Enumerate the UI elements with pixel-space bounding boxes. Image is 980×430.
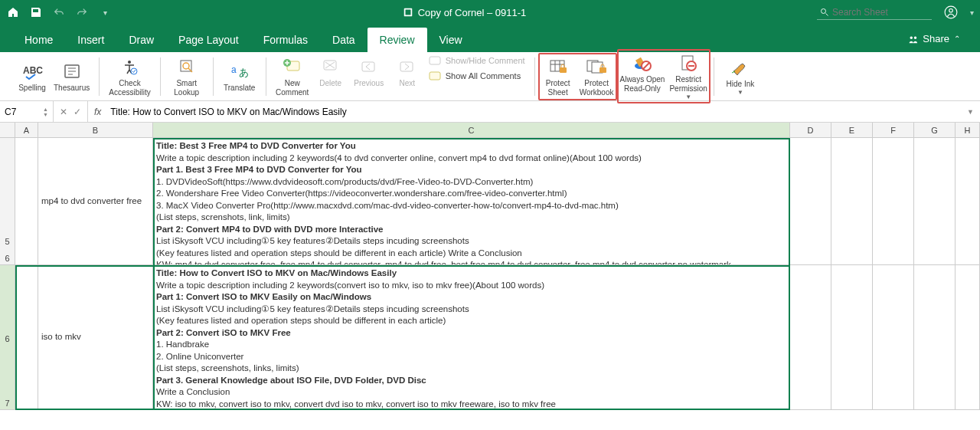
account-icon[interactable] — [944, 5, 958, 19]
formula-bar: C7 ▲▼ ✕ ✓ fx Title: How to Convert ISO t… — [0, 101, 980, 123]
svg-text:ABC: ABC — [23, 65, 43, 76]
tab-view[interactable]: View — [427, 28, 475, 52]
svg-text:あ: あ — [239, 67, 249, 78]
tab-home[interactable]: Home — [12, 28, 65, 52]
cell-B5[interactable]: mp4 to dvd converter free — [38, 138, 153, 264]
col-header-D[interactable]: D — [790, 123, 831, 137]
check-accessibility-button[interactable]: CheckAccessibility — [109, 56, 150, 97]
title-bar: ▾ Copy of Cornel – 0911-1 ▾ — [0, 0, 980, 25]
search-sheet[interactable] — [817, 5, 932, 20]
tab-insert[interactable]: Insert — [65, 28, 116, 52]
col-header-C[interactable]: C — [153, 123, 790, 137]
new-comment-button[interactable]: NewComment — [276, 56, 309, 97]
delete-comment-button: Delete — [314, 56, 348, 88]
ribbon: ABC Spelling Thesaurus CheckAccessibilit… — [0, 52, 980, 101]
svg-rect-24 — [599, 67, 606, 73]
ribbon-tabs: HomeInsertDrawPage LayoutFormulasDataRev… — [0, 25, 980, 52]
svg-text:a: a — [231, 64, 237, 75]
row-header-7[interactable]: 6 7 — [0, 265, 15, 409]
restrict-permission-button[interactable]: RestrictPermission ▼ — [669, 52, 707, 101]
svg-point-10 — [183, 63, 189, 69]
row-header-5[interactable]: 5 6 — [0, 138, 15, 264]
previous-comment-button: Previous — [352, 56, 386, 88]
tab-formulas[interactable]: Formulas — [251, 28, 320, 52]
spelling-button[interactable]: ABC Spelling — [15, 61, 49, 93]
spreadsheet-grid[interactable]: A B C D E F G H 5 6 mp4 to dvd converter… — [0, 123, 980, 430]
cancel-formula-icon[interactable]: ✕ — [60, 107, 67, 117]
redo-icon[interactable] — [75, 5, 89, 19]
tab-page-layout[interactable]: Page Layout — [166, 28, 251, 52]
cell-A5[interactable] — [15, 138, 38, 264]
thesaurus-button[interactable]: Thesaurus — [54, 61, 90, 93]
svg-rect-18 — [430, 57, 440, 64]
enter-formula-icon[interactable]: ✓ — [74, 107, 81, 117]
cell-E7[interactable] — [831, 265, 873, 409]
hide-ink-button[interactable]: Hide Ink ▼ — [724, 57, 757, 97]
cell-H5[interactable] — [956, 138, 980, 264]
protect-group: ProtectSheet ProtectWorkbook — [538, 53, 617, 100]
cell-H7[interactable] — [956, 265, 980, 409]
document-title: Copy of Cornel – 0911-1 — [403, 7, 527, 18]
col-header-B[interactable]: B — [38, 123, 153, 137]
show-all-comments-button[interactable]: Show All Comments — [429, 71, 525, 82]
cell-D7[interactable] — [790, 265, 831, 409]
save-icon[interactable] — [29, 5, 43, 19]
cell-C7[interactable]: Title: How to Convert ISO to MKV on Mac/… — [153, 265, 790, 409]
undo-icon[interactable] — [52, 5, 66, 19]
svg-rect-16 — [362, 62, 374, 71]
tab-draw[interactable]: Draw — [116, 28, 166, 52]
cell-F7[interactable] — [873, 265, 914, 409]
svg-point-7 — [128, 61, 131, 64]
svg-rect-21 — [560, 67, 567, 73]
tab-data[interactable]: Data — [320, 28, 368, 52]
col-header-G[interactable]: G — [914, 123, 956, 137]
home-icon[interactable] — [6, 5, 20, 19]
cell-E5[interactable] — [831, 138, 873, 264]
name-box[interactable]: C7 ▲▼ — [0, 101, 54, 122]
svg-rect-17 — [400, 62, 413, 71]
select-all-corner[interactable] — [0, 123, 15, 137]
svg-point-4 — [949, 9, 953, 13]
qat-more-icon[interactable]: ▾ — [98, 5, 112, 19]
protect-workbook-button[interactable]: ProtectWorkbook — [580, 56, 614, 97]
table-row: 5 6 mp4 to dvd converter free Title: Bes… — [0, 138, 980, 265]
svg-rect-1 — [405, 10, 410, 15]
cell-G7[interactable] — [914, 265, 956, 409]
show-hide-comment-button: Show/Hide Comment — [429, 56, 525, 67]
search-input[interactable] — [832, 7, 924, 18]
expand-formula-icon[interactable]: ▼ — [961, 108, 980, 116]
cell-G5[interactable] — [914, 138, 956, 264]
cell-F5[interactable] — [873, 138, 914, 264]
col-header-A[interactable]: A — [15, 123, 38, 137]
cell-C5[interactable]: Title: Best 3 Free MP4 to DVD Converter … — [153, 138, 790, 264]
next-comment-button: Next — [390, 56, 424, 88]
permissions-group: Always OpenRead-Only RestrictPermission … — [617, 49, 710, 104]
col-header-E[interactable]: E — [831, 123, 873, 137]
table-row: 6 7 iso to mkv Title: How to Convert ISO… — [0, 265, 980, 410]
cell-A7[interactable] — [15, 265, 38, 409]
svg-rect-19 — [430, 72, 440, 80]
col-header-H[interactable]: H — [956, 123, 980, 137]
protect-sheet-button[interactable]: ProtectSheet — [541, 56, 575, 97]
formula-input[interactable]: Title: How to Convert ISO to MKV on Mac/… — [107, 107, 961, 117]
translate-button[interactable]: aあ Translate — [223, 61, 256, 93]
share-button[interactable]: Share ⌃ — [900, 28, 968, 49]
col-header-F[interactable]: F — [873, 123, 914, 137]
always-open-readonly-button[interactable]: Always OpenRead-Only — [620, 52, 665, 94]
cell-D5[interactable] — [790, 138, 831, 264]
tab-review[interactable]: Review — [368, 28, 427, 52]
cell-B7[interactable]: iso to mkv — [38, 265, 153, 409]
svg-point-2 — [822, 8, 826, 13]
smart-lookup-button[interactable]: SmartLookup — [170, 56, 204, 97]
column-headers: A B C D E F G H — [0, 123, 980, 138]
fx-label: fx — [88, 107, 107, 117]
